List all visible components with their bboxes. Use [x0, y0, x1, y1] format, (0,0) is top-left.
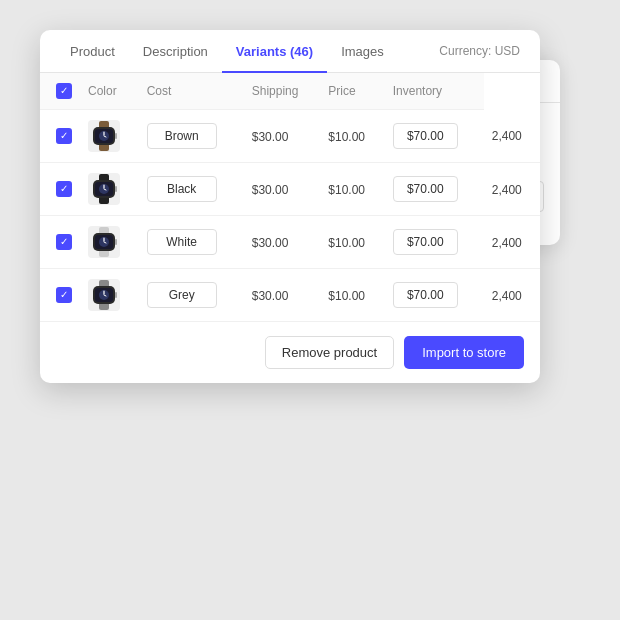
- price-input-0[interactable]: [393, 123, 458, 149]
- row-shipping-cell: $10.00: [320, 163, 384, 216]
- price-input-3[interactable]: [393, 282, 458, 308]
- import-to-store-button[interactable]: Import to store: [404, 336, 524, 369]
- th-cost: Cost: [139, 73, 244, 110]
- row-price-cell: [385, 269, 484, 322]
- row-cost-cell: $30.00: [244, 163, 321, 216]
- row-checkbox-2[interactable]: ✓: [56, 234, 72, 250]
- color-input-3[interactable]: [147, 282, 217, 308]
- price-input-1[interactable]: [393, 176, 458, 202]
- table-row: ✓ $30.00 $10.00: [40, 163, 540, 216]
- row-checkbox-cell: ✓: [40, 110, 80, 163]
- front-card: Product Description Variants (46) Images…: [40, 30, 540, 383]
- front-card-tabs: Product Description Variants (46) Images…: [40, 30, 540, 73]
- svg-rect-16: [115, 133, 117, 139]
- row-cost-cell: $30.00: [244, 110, 321, 163]
- row-thumb-cell: [80, 216, 139, 269]
- svg-rect-40: [115, 292, 117, 298]
- table-row: ✓ $30.00 $10.00: [40, 269, 540, 322]
- product-thumb-0: [88, 120, 120, 152]
- table-header-row: ✓ Color Cost Shipping Price: [40, 73, 540, 110]
- variants-table: ✓ Color Cost Shipping Price: [40, 73, 540, 321]
- select-all-checkbox[interactable]: ✓: [56, 83, 72, 99]
- row-inventory-cell: 2,400: [484, 269, 540, 322]
- remove-product-button[interactable]: Remove product: [265, 336, 394, 369]
- color-input-0[interactable]: [147, 123, 217, 149]
- row-color-cell: [139, 163, 244, 216]
- row-checkbox-0[interactable]: ✓: [56, 128, 72, 144]
- th-shipping: Shipping: [244, 73, 321, 110]
- row-price-cell: [385, 163, 484, 216]
- th-price: Price: [320, 73, 384, 110]
- row-cost-cell: $30.00: [244, 216, 321, 269]
- row-inventory-cell: 2,400: [484, 163, 540, 216]
- row-color-cell: [139, 216, 244, 269]
- th-checkbox: ✓: [40, 73, 80, 110]
- product-thumb-3: [88, 279, 120, 311]
- row-price-cell: [385, 110, 484, 163]
- price-input-2[interactable]: [393, 229, 458, 255]
- th-color: Color: [80, 73, 139, 110]
- product-thumb-2: [88, 226, 120, 258]
- table-row: ✓ $30.00 $10.00: [40, 110, 540, 163]
- row-color-cell: [139, 110, 244, 163]
- row-shipping-cell: $10.00: [320, 269, 384, 322]
- product-thumb-1: [88, 173, 120, 205]
- svg-rect-32: [115, 239, 117, 245]
- row-price-cell: [385, 216, 484, 269]
- row-shipping-cell: $10.00: [320, 216, 384, 269]
- row-thumb-cell: [80, 110, 139, 163]
- svg-rect-24: [115, 186, 117, 192]
- card-footer: Remove product Import to store: [40, 321, 540, 383]
- row-checkbox-cell: ✓: [40, 269, 80, 322]
- row-checkbox-cell: ✓: [40, 216, 80, 269]
- row-checkbox-1[interactable]: ✓: [56, 181, 72, 197]
- color-input-2[interactable]: [147, 229, 217, 255]
- tab-variants-front[interactable]: Variants (46): [222, 30, 327, 73]
- row-inventory-cell: 2,400: [484, 216, 540, 269]
- row-thumb-cell: [80, 163, 139, 216]
- currency-label: Currency: USD: [439, 44, 524, 58]
- row-checkbox-3[interactable]: ✓: [56, 287, 72, 303]
- row-color-cell: [139, 269, 244, 322]
- row-inventory-cell: 2,400: [484, 110, 540, 163]
- tab-images-front[interactable]: Images: [327, 30, 398, 73]
- table-row: ✓ $30.00 $10.00: [40, 216, 540, 269]
- row-checkbox-cell: ✓: [40, 163, 80, 216]
- row-cost-cell: $30.00: [244, 269, 321, 322]
- tab-product-front[interactable]: Product: [56, 30, 129, 73]
- tab-description-front[interactable]: Description: [129, 30, 222, 73]
- color-input-1[interactable]: [147, 176, 217, 202]
- row-shipping-cell: $10.00: [320, 110, 384, 163]
- th-inventory: Inventory: [385, 73, 484, 110]
- row-thumb-cell: [80, 269, 139, 322]
